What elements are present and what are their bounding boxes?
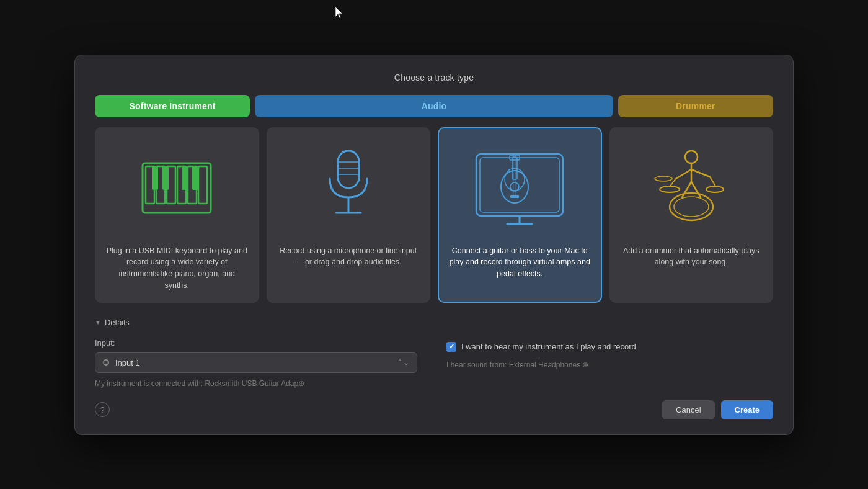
details-right: ✓ I want to hear my instrument as I play… [446, 338, 773, 369]
svg-rect-11 [338, 151, 359, 188]
details-left: Input: Input 1 ⌃⌄ My instrument is conne… [95, 338, 422, 388]
input-label: Input: [95, 338, 422, 348]
input-circle-icon [103, 359, 109, 366]
svg-point-29 [685, 151, 698, 163]
track-type-tabs: Software Instrument Audio Drummer [95, 95, 773, 117]
create-button[interactable]: Create [721, 400, 773, 419]
svg-rect-7 [152, 166, 158, 190]
details-label: Details [105, 318, 130, 327]
svg-line-32 [691, 169, 710, 177]
svg-rect-6 [198, 166, 207, 204]
svg-line-31 [676, 169, 691, 179]
piano-icon [127, 138, 226, 238]
input-select-control[interactable]: Input 1 ⌃⌄ [95, 352, 417, 373]
svg-line-36 [691, 182, 701, 197]
svg-rect-8 [162, 166, 169, 190]
card-drummer-description: Add a drummer that automatically plays a… [621, 245, 763, 269]
svg-point-41 [655, 176, 672, 181]
bottom-bar: ? Cancel Create [95, 400, 773, 419]
tab-drummer[interactable]: Drummer [618, 95, 773, 117]
card-guitar-bass[interactable]: Connect a guitar or bass to your Mac to … [438, 127, 602, 303]
help-button[interactable]: ? [95, 402, 110, 417]
hear-instrument-row: ✓ I want to hear my instrument as I play… [446, 342, 773, 352]
hear-instrument-checkbox[interactable]: ✓ [446, 342, 456, 352]
input-select-value: Input 1 [115, 358, 397, 367]
choose-track-dialog: Choose a track type Software Instrument … [74, 55, 794, 435]
card-microphone[interactable]: Record using a microphone or line input … [267, 127, 431, 303]
details-body: Input: Input 1 ⌃⌄ My instrument is conne… [95, 338, 773, 388]
svg-rect-18 [480, 158, 559, 212]
svg-rect-10 [192, 166, 198, 190]
svg-rect-17 [476, 154, 563, 216]
drums-icon [642, 138, 741, 238]
svg-line-34 [710, 177, 715, 185]
details-chevron: ▼ [95, 319, 101, 326]
hear-sound-info: I hear sound from: External Headphones ⊕ [446, 361, 773, 369]
card-drummer[interactable]: Add a drummer that automatically plays a… [609, 127, 774, 303]
svg-point-23 [510, 182, 519, 191]
svg-line-35 [682, 182, 691, 197]
card-guitar-description: Connect a guitar or bass to your Mac to … [449, 245, 591, 280]
svg-point-38 [674, 197, 709, 217]
microphone-icon [299, 138, 398, 238]
tab-audio[interactable]: Audio [255, 95, 613, 117]
svg-rect-9 [182, 166, 188, 190]
card-microphone-description: Record using a microphone or line input … [278, 245, 420, 269]
checkmark-icon: ✓ [449, 343, 454, 351]
tab-software-instrument[interactable]: Software Instrument [95, 95, 250, 117]
dialog-title: Choose a track type [95, 73, 773, 83]
guitar-icon [470, 138, 569, 238]
card-software-description: Plug in a USB MIDI keyboard to play and … [106, 245, 248, 292]
connection-info: My instrument is connected with: Rocksmi… [95, 379, 422, 388]
card-software-instrument[interactable]: Plug in a USB MIDI keyboard to play and … [95, 127, 259, 303]
details-section: ▼ Details Input: Input 1 ⌃⌄ My instrumen… [95, 318, 773, 388]
hear-instrument-label: I want to hear my instrument as I play a… [461, 342, 636, 351]
instrument-cards: Plug in a USB MIDI keyboard to play and … [95, 127, 773, 303]
svg-point-40 [706, 186, 724, 192]
cancel-button[interactable]: Cancel [662, 400, 714, 419]
details-header[interactable]: ▼ Details [95, 318, 773, 327]
input-select-arrows-icon: ⌃⌄ [397, 358, 409, 367]
action-buttons: Cancel Create [662, 400, 773, 419]
svg-rect-28 [510, 195, 519, 198]
